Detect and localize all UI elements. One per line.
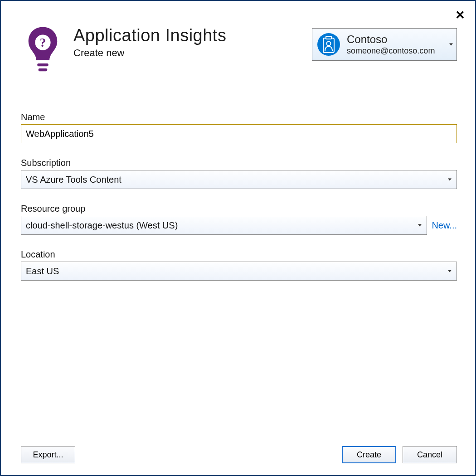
location-field: Location East US (21, 249, 457, 281)
name-label: Name (21, 112, 457, 122)
account-name: Contoso (347, 33, 444, 46)
title-block: Application Insights Create new (73, 26, 298, 59)
subscription-select[interactable]: VS Azure Tools Content (21, 170, 457, 189)
create-button[interactable]: Create (342, 446, 396, 463)
lightbulb-icon: ? (26, 26, 60, 76)
svg-rect-3 (39, 68, 48, 71)
resource-group-label: Resource group (21, 204, 457, 214)
account-selector[interactable]: Contoso someone@contoso.com (312, 28, 457, 61)
form: Name Subscription VS Azure Tools Content… (1, 103, 475, 291)
location-value: East US (26, 266, 59, 277)
resource-group-select[interactable]: cloud-shell-storage-westus (West US) (21, 216, 427, 235)
cancel-button[interactable]: Cancel (403, 446, 457, 463)
subscription-value: VS Azure Tools Content (26, 175, 121, 185)
account-badge-icon (317, 33, 340, 56)
account-text: Contoso someone@contoso.com (347, 33, 444, 56)
svg-text:?: ? (40, 36, 46, 49)
location-select[interactable]: East US (21, 262, 457, 281)
subscription-field: Subscription VS Azure Tools Content (21, 158, 457, 189)
account-email: someone@contoso.com (347, 46, 444, 56)
resource-group-value: cloud-shell-storage-westus (West US) (26, 220, 178, 231)
svg-rect-6 (326, 36, 331, 39)
button-bar: Export... Create Cancel (21, 446, 457, 463)
name-input[interactable] (21, 124, 457, 143)
page-title: Application Insights (73, 26, 298, 45)
subscription-label: Subscription (21, 158, 457, 168)
svg-rect-2 (37, 63, 48, 66)
name-field: Name (21, 112, 457, 143)
application-insights-dialog: ✕ ? Application Insights Create new Cont… (0, 0, 476, 476)
chevron-down-icon (449, 44, 453, 46)
export-button[interactable]: Export... (21, 446, 75, 463)
resource-group-new-link[interactable]: New... (432, 220, 457, 231)
page-subtitle: Create new (73, 47, 298, 59)
resource-group-field: Resource group cloud-shell-storage-westu… (21, 204, 457, 235)
close-icon[interactable]: ✕ (455, 9, 465, 21)
dialog-header: ? Application Insights Create new Contos… (1, 1, 475, 80)
location-label: Location (21, 249, 457, 260)
